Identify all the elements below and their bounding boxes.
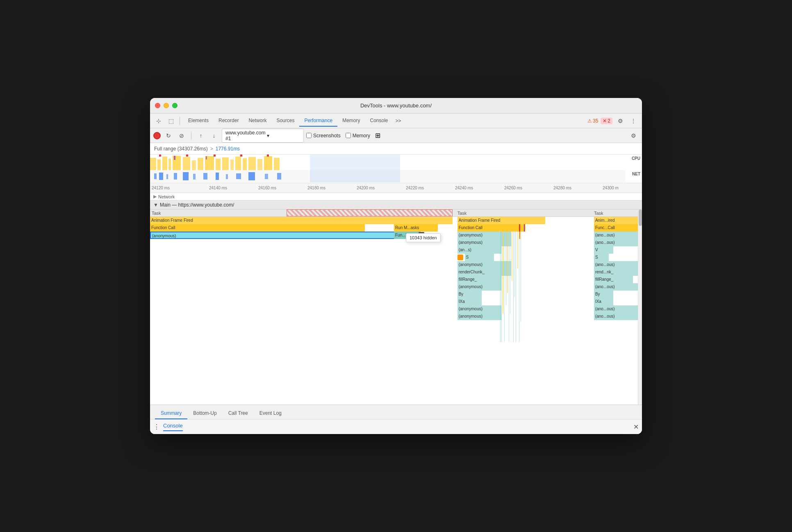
full-range[interactable]: Full range (34307.26ms)	[154, 146, 208, 152]
s-color-indicator	[457, 255, 463, 260]
toolbar-right: ⚠ 35 ✕ 2 ⚙ ⋮	[587, 116, 639, 126]
svg-rect-20	[159, 155, 161, 157]
svg-rect-13	[243, 158, 247, 170]
upload-button[interactable]: ↑	[196, 130, 206, 141]
tab-performance[interactable]: Performance	[299, 115, 337, 127]
warning-count: 35	[593, 118, 598, 124]
tab-memory[interactable]: Memory	[337, 115, 365, 127]
console-close-button[interactable]: ✕	[633, 423, 639, 431]
anonymous-block-selected[interactable]: (anonymous)	[150, 232, 419, 239]
function-call-block-1[interactable]: Function Call	[150, 224, 365, 232]
anon-row6-2[interactable]: (ano...ous)	[594, 313, 638, 320]
anon-row5-1[interactable]: (anonymous)	[457, 305, 501, 313]
animation-frame-block-1[interactable]: Animation Frame Fired	[150, 217, 453, 224]
an-s-block[interactable]: (an...s)	[457, 246, 501, 254]
download-button[interactable]: ↓	[209, 130, 219, 141]
tick-9: 24300 m	[603, 186, 619, 190]
tab-sources[interactable]: Sources	[271, 115, 299, 127]
devtools-window: DevTools - www.youtube.com/ ⊹ ⬚ Elements…	[150, 98, 642, 434]
anonymous-block-3[interactable]: (ano...ous)	[594, 232, 638, 239]
record-button[interactable]	[153, 132, 161, 139]
main-title: Main — https://www.youtube.com/	[160, 202, 234, 208]
more-tabs-button[interactable]: >>	[393, 116, 404, 125]
scrollbar-thumb[interactable]	[639, 209, 642, 226]
clear-button[interactable]: ⊘	[176, 130, 187, 141]
anon-block-b[interactable]: (ano...ous)	[594, 261, 638, 268]
anon-row4-1[interactable]: (anonymous)	[457, 283, 501, 291]
tab-recorder[interactable]: Recorder	[214, 115, 244, 127]
svg-rect-12	[235, 157, 241, 170]
error-icon: ✕	[603, 118, 607, 124]
svg-rect-39	[310, 170, 400, 182]
function-call-block-2[interactable]: Function Call	[457, 224, 526, 232]
dense-calls-svg	[499, 232, 598, 342]
error-badge: ✕ 2	[601, 118, 612, 124]
animation-frame-block-2[interactable]: Animation Frame Fired	[457, 217, 545, 224]
collapse-icon: ▼	[153, 202, 158, 208]
perf-settings-button[interactable]: ⚙	[628, 130, 639, 141]
svg-rect-53	[519, 232, 519, 342]
tab-summary[interactable]: Summary	[155, 408, 187, 419]
indicator-2	[524, 224, 525, 232]
tab-bottom-up[interactable]: Bottom-Up	[187, 408, 222, 419]
svg-rect-24	[267, 155, 269, 157]
anon-row6-1[interactable]: (anonymous)	[457, 313, 501, 320]
svg-rect-6	[192, 160, 196, 170]
render-chunk-block-2[interactable]: rend...nk_	[594, 268, 638, 276]
svg-rect-42	[503, 232, 503, 314]
network-section-row[interactable]: ▶ Network	[150, 193, 642, 200]
by-block-1[interactable]: By	[457, 291, 482, 298]
device-button[interactable]: ⬚	[166, 116, 176, 126]
settings-button[interactable]: ⚙	[615, 116, 626, 126]
svg-rect-44	[506, 232, 506, 305]
warning-icon: ⚠	[587, 118, 592, 124]
reload-button[interactable]: ↻	[163, 130, 174, 141]
inspect-button[interactable]: ⊹	[153, 116, 164, 126]
timeline-overview[interactable]: CPU	[150, 155, 642, 183]
tick-2: 24160 ms	[258, 186, 276, 190]
more-options-button[interactable]: ⋮	[628, 116, 639, 126]
console-tab[interactable]: Console	[163, 423, 183, 431]
minimize-button[interactable]	[164, 103, 169, 108]
screenshots-checkbox[interactable]: Screenshots	[306, 133, 341, 139]
svg-rect-51	[516, 232, 516, 342]
anon-row5-2[interactable]: (ano...ous)	[594, 305, 638, 313]
fill-range-block-1[interactable]: fillRange_	[457, 276, 501, 283]
svg-rect-30	[183, 172, 189, 180]
maximize-button[interactable]	[172, 103, 178, 108]
vertical-scrollbar[interactable]	[638, 209, 642, 405]
console-menu-button[interactable]: ⋮	[153, 423, 160, 431]
tab-network[interactable]: Network	[244, 115, 271, 127]
ixa-block-1[interactable]: IXa	[457, 298, 482, 305]
fill-range-block-2[interactable]: fillRange_	[594, 276, 633, 283]
tab-call-tree[interactable]: Call Tree	[223, 408, 254, 419]
anonymous-row2-block-2[interactable]: (ano...ous)	[594, 239, 638, 246]
flame-chart[interactable]: Task Task Task Animation Frame Fired Ani…	[150, 209, 642, 405]
anon-row4-2[interactable]: (ano...ous)	[594, 283, 638, 291]
window-title: DevTools - www.youtube.com/	[360, 102, 432, 109]
s-block[interactable]: S	[465, 254, 494, 261]
flame-area: ▼ Main — https://www.youtube.com/ Task T…	[150, 200, 642, 405]
tab-event-log[interactable]: Event Log	[254, 408, 287, 419]
svg-rect-49	[513, 232, 514, 342]
svg-rect-29	[174, 173, 177, 180]
tab-console[interactable]: Console	[365, 115, 393, 127]
function-call-block-3[interactable]: Func...Call	[594, 224, 638, 232]
animation-frame-block-3[interactable]: Anim...ired	[594, 217, 638, 224]
close-button[interactable]	[155, 103, 160, 108]
fun-ll-block[interactable]: Fun...ll	[394, 232, 421, 239]
tick-7: 24260 ms	[504, 186, 522, 190]
long-task-indicator	[287, 209, 453, 216]
svg-rect-35	[236, 173, 241, 179]
checkboxes: Screenshots Memory ⊞	[306, 132, 380, 139]
tab-elements[interactable]: Elements	[183, 115, 214, 127]
svg-rect-34	[226, 174, 228, 179]
tick-1: 24140 ms	[209, 186, 227, 190]
cpu-overview	[150, 155, 626, 170]
breadcrumb: Full range (34307.26ms) > 1776.91ms	[150, 143, 642, 155]
expand-dropdown-button[interactable]: ▼	[419, 232, 424, 239]
memory-checkbox[interactable]: Memory	[346, 133, 370, 139]
url-selector[interactable]: www.youtube.com #1 ▾	[222, 129, 304, 143]
svg-rect-10	[222, 157, 229, 170]
run-microtasks-block[interactable]: Run M...asks	[394, 224, 438, 232]
